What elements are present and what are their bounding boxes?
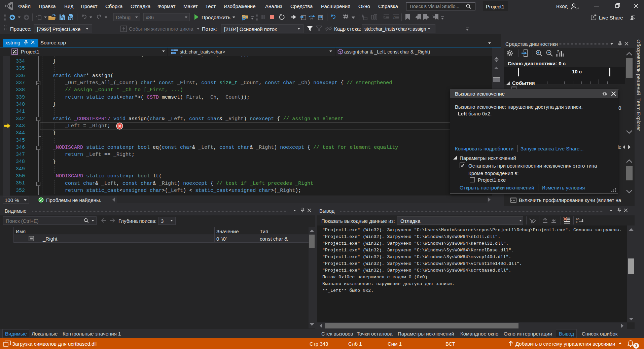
- svg-text:?: ?: [557, 49, 559, 53]
- svg-text:c: c: [576, 220, 578, 224]
- svg-text:?: ?: [393, 15, 395, 19]
